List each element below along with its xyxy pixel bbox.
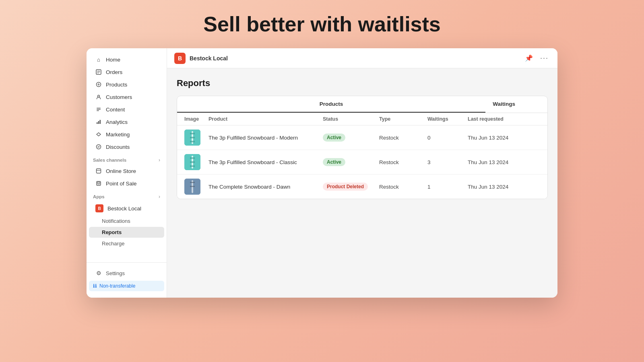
sidebar-item-settings[interactable]: Settings bbox=[89, 267, 164, 279]
sidebar-item-analytics[interactable]: Analytics bbox=[89, 116, 164, 128]
row1-last-requested: Thu Jun 13 2024 bbox=[468, 135, 540, 141]
sidebar-item-discounts[interactable]: Discounts bbox=[89, 141, 164, 153]
row1-image-cell bbox=[184, 130, 208, 146]
non-transferable-label: Non-transferable bbox=[99, 283, 135, 289]
table-row: The 3p Fulfilled Snowboard - Modern Acti… bbox=[177, 125, 547, 150]
row2-image bbox=[184, 154, 200, 170]
row2-last-requested: Thu Jun 13 2024 bbox=[468, 159, 540, 165]
top-bar-actions: 📌 ··· bbox=[523, 52, 550, 64]
svg-rect-32 bbox=[190, 186, 195, 187]
sidebar-sub-item-notifications[interactable]: Notifications bbox=[89, 216, 164, 226]
table-section-headers: Products Waitings bbox=[177, 96, 547, 113]
sidebar-sub-item-reports[interactable]: Reports bbox=[89, 227, 164, 238]
row3-status-badge: Product Deleted bbox=[323, 183, 368, 191]
row2-type: Restock bbox=[379, 159, 427, 165]
svg-rect-10 bbox=[98, 121, 99, 124]
home-icon bbox=[95, 56, 102, 63]
sidebar-item-content[interactable]: Content bbox=[89, 103, 164, 115]
sidebar-item-orders[interactable]: Orders bbox=[89, 66, 164, 78]
col-headers: Image Product Status Type Waitings Last … bbox=[177, 113, 547, 125]
app-window: Home Orders Products Customers bbox=[87, 48, 557, 298]
row1-type: Restock bbox=[379, 135, 427, 141]
sidebar: Home Orders Products Customers bbox=[87, 48, 167, 298]
sidebar-sub-item-recharge[interactable]: Recharge bbox=[89, 238, 164, 249]
table-row: The 3p Fulfilled Snowboard - Classic Act… bbox=[177, 150, 547, 175]
sidebar-item-analytics-label: Analytics bbox=[106, 119, 128, 125]
sidebar-item-content-label: Content bbox=[106, 107, 125, 113]
sidebar-item-discounts-label: Discounts bbox=[106, 144, 130, 150]
row3-image-cell bbox=[184, 179, 208, 195]
svg-rect-9 bbox=[97, 122, 98, 124]
products-icon bbox=[95, 81, 102, 88]
report-card: Products Waitings Image Product Status T… bbox=[177, 96, 548, 199]
row1-product: The 3p Fulfilled Snowboard - Modern bbox=[208, 135, 323, 141]
col-type: Type bbox=[379, 116, 427, 122]
svg-rect-31 bbox=[190, 182, 195, 183]
row2-status-badge: Active bbox=[323, 158, 345, 166]
row3-status-cell: Product Deleted bbox=[323, 183, 379, 191]
svg-rect-6 bbox=[97, 108, 101, 109]
sidebar-nav: Home Orders Products Customers bbox=[87, 53, 167, 262]
row1-waitings: 0 bbox=[427, 135, 468, 141]
pin-icon: 📌 bbox=[525, 54, 533, 62]
pin-button[interactable]: 📌 bbox=[523, 53, 535, 64]
row3-image bbox=[184, 179, 200, 195]
sidebar-sub-notifications-label: Notifications bbox=[102, 218, 130, 224]
info-icon: ℹ bbox=[93, 283, 97, 289]
sidebar-item-marketing-label: Marketing bbox=[106, 132, 130, 138]
col-product: Product bbox=[208, 116, 323, 122]
sidebar-item-orders-label: Orders bbox=[106, 69, 122, 75]
content-icon bbox=[95, 106, 102, 113]
sidebar-settings-label: Settings bbox=[106, 270, 125, 276]
row3-type: Restock bbox=[379, 184, 427, 190]
sidebar-item-home-label: Home bbox=[106, 57, 120, 63]
sidebar-item-customers[interactable]: Customers bbox=[89, 91, 164, 103]
row3-product: The Complete Snowboard - Dawn bbox=[208, 184, 323, 190]
top-bar: B Bestock Local 📌 ··· bbox=[167, 48, 557, 68]
svg-rect-27 bbox=[190, 161, 195, 163]
row1-status-badge: Active bbox=[323, 134, 345, 142]
row2-image-cell bbox=[184, 154, 208, 170]
sidebar-item-online-store-label: Online Store bbox=[106, 168, 136, 174]
orders-icon bbox=[95, 69, 102, 75]
page-headline: Sell better with waitlists bbox=[203, 12, 440, 36]
svg-rect-21 bbox=[190, 133, 195, 134]
svg-point-5 bbox=[98, 95, 100, 97]
main-content: B Bestock Local 📌 ··· Reports Products W… bbox=[167, 48, 557, 298]
table-row: The Complete Snowboard - Dawn Product De… bbox=[177, 175, 547, 199]
row1-image bbox=[184, 130, 200, 146]
sidebar-item-customers-label: Customers bbox=[106, 94, 132, 100]
apps-chevron[interactable]: › bbox=[159, 194, 160, 200]
sidebar-item-marketing[interactable]: Marketing bbox=[89, 128, 164, 140]
top-bar-left: B Bestock Local bbox=[174, 53, 228, 64]
page-body: Reports Products Waitings Image Product … bbox=[167, 68, 557, 298]
apps-section: Apps › bbox=[87, 190, 167, 201]
row3-last-requested: Thu Jun 13 2024 bbox=[468, 184, 540, 190]
col-image: Image bbox=[184, 116, 208, 122]
settings-icon bbox=[95, 270, 102, 276]
row2-product: The 3p Fulfilled Snowboard - Classic bbox=[208, 159, 323, 165]
sidebar-item-products-label: Products bbox=[106, 82, 127, 88]
sidebar-item-home[interactable]: Home bbox=[89, 53, 164, 66]
row2-waitings: 3 bbox=[427, 159, 468, 165]
sidebar-bottom: Settings ℹ Non-transferable bbox=[87, 262, 167, 293]
app-name: Bestock Local bbox=[190, 55, 228, 62]
bestock-app-icon: B bbox=[95, 204, 103, 212]
sidebar-item-bestock-local[interactable]: B Bestock Local bbox=[89, 202, 164, 215]
svg-rect-8 bbox=[97, 111, 99, 111]
customers-icon bbox=[95, 94, 102, 100]
analytics-icon bbox=[95, 119, 102, 125]
svg-rect-26 bbox=[190, 157, 195, 159]
svg-rect-11 bbox=[100, 120, 101, 124]
sidebar-item-pos[interactable]: Point of Sale bbox=[89, 177, 164, 189]
svg-rect-28 bbox=[190, 165, 195, 167]
row2-status-cell: Active bbox=[323, 158, 379, 166]
section-waitings: Waitings bbox=[485, 96, 547, 113]
sidebar-item-products[interactable]: Products bbox=[89, 78, 164, 90]
online-store-icon bbox=[95, 168, 102, 174]
more-options-button[interactable]: ··· bbox=[539, 52, 550, 64]
col-last-requested: Last requested bbox=[468, 116, 540, 122]
sales-channels-chevron[interactable]: › bbox=[159, 157, 160, 163]
sidebar-item-online-store[interactable]: Online Store bbox=[89, 165, 164, 177]
svg-rect-7 bbox=[97, 109, 101, 110]
